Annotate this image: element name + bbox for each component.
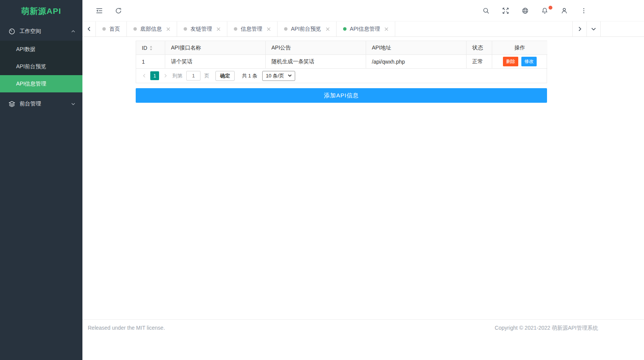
page-content: ID API接口名称 API公告 API地址 状态 操作 1 bbox=[82, 37, 644, 319]
tab-controls bbox=[572, 21, 601, 36]
confirm-page-button[interactable]: 确定 bbox=[215, 71, 235, 81]
tabs-menu-icon[interactable] bbox=[586, 21, 601, 36]
tab-status-dot bbox=[184, 27, 187, 31]
next-page-icon[interactable] bbox=[162, 71, 169, 81]
chevron-up-icon bbox=[71, 29, 76, 34]
workspace-submenu: API数据 API前台预览 API信息管理 bbox=[0, 41, 82, 92]
prev-page-icon[interactable] bbox=[141, 71, 148, 81]
cell-actions: 删除修改 bbox=[492, 55, 547, 69]
sidebar-item-label: 前台管理 bbox=[20, 100, 41, 107]
search-icon[interactable] bbox=[483, 7, 490, 14]
tab-status-dot bbox=[284, 27, 288, 31]
sidebar: 萌新源API 工作空间 API数据 API前台预览 API信息管理 bbox=[0, 0, 82, 360]
app-logo: 萌新源API bbox=[0, 0, 82, 22]
chevron-down-icon bbox=[71, 102, 76, 106]
sidebar-item-label: 工作空间 bbox=[20, 28, 41, 35]
layers-icon bbox=[8, 100, 15, 107]
refresh-icon[interactable] bbox=[115, 7, 122, 14]
collapse-sidebar-icon[interactable] bbox=[96, 7, 103, 14]
tab-status-dot bbox=[102, 27, 106, 31]
sort-icon[interactable] bbox=[150, 46, 153, 51]
user-icon[interactable] bbox=[561, 7, 568, 14]
footer-copyright-text: Copyright © 2021-2022 萌新源API管理系统 bbox=[495, 325, 598, 332]
notification-badge bbox=[549, 6, 552, 10]
tab-info-mgmt[interactable]: 信息管理 bbox=[227, 21, 278, 36]
main-area: 首页 底部信息 友链管理 信息管理 bbox=[82, 0, 644, 360]
tab-footer-info[interactable]: 底部信息 bbox=[127, 21, 177, 36]
cell-notice: 随机生成一条笑话 bbox=[266, 55, 366, 69]
cell-name: 讲个笑话 bbox=[165, 55, 266, 69]
tab-status-dot bbox=[133, 27, 137, 31]
app-root: 萌新源API 工作空间 API数据 API前台预览 API信息管理 bbox=[0, 0, 644, 360]
column-header-url: API地址 bbox=[366, 41, 467, 55]
close-icon[interactable] bbox=[384, 27, 388, 31]
sidebar-item-label: API数据 bbox=[16, 46, 36, 53]
cell-id: 1 bbox=[136, 55, 165, 69]
column-header-notice: API公告 bbox=[266, 41, 366, 55]
close-icon[interactable] bbox=[326, 27, 330, 31]
api-table: ID API接口名称 API公告 API地址 状态 操作 1 bbox=[136, 41, 547, 69]
sidebar-item-api-preview[interactable]: API前台预览 bbox=[0, 58, 82, 75]
page-footer: Released under the MIT license. Copyrigh… bbox=[82, 319, 644, 360]
api-table-container: ID API接口名称 API公告 API地址 状态 操作 1 bbox=[136, 41, 547, 83]
sidebar-item-api-info-mgmt[interactable]: API信息管理 bbox=[0, 75, 82, 92]
column-header-name: API接口名称 bbox=[165, 41, 266, 55]
sidebar-item-frontend-mgmt[interactable]: 前台管理 bbox=[0, 95, 82, 113]
tab-friend-links[interactable]: 友链管理 bbox=[177, 21, 227, 36]
current-page-button[interactable]: 1 bbox=[150, 71, 159, 80]
column-header-actions: 操作 bbox=[492, 41, 547, 55]
goto-page-input[interactable] bbox=[186, 71, 200, 81]
more-icon[interactable] bbox=[580, 7, 587, 14]
add-api-info-button[interactable]: 添加API信息 bbox=[136, 88, 547, 103]
cell-url: /api/qwxh.php bbox=[366, 55, 467, 69]
page-size-select[interactable]: 10 条/页 bbox=[262, 71, 295, 81]
cell-status: 正常 bbox=[467, 55, 492, 69]
tabs-scroll-left-icon[interactable] bbox=[82, 21, 96, 36]
footer-license-text: Released under the MIT license. bbox=[88, 325, 165, 332]
close-icon[interactable] bbox=[166, 27, 170, 31]
dashboard-icon bbox=[8, 28, 15, 35]
goto-label: 到第 bbox=[172, 72, 182, 79]
column-header-id[interactable]: ID bbox=[136, 41, 165, 55]
table-row: 1 讲个笑话 随机生成一条笑话 /api/qwxh.php 正常 删除修改 bbox=[136, 55, 547, 69]
tab-api-preview[interactable]: API前台预览 bbox=[278, 21, 337, 36]
tab-label: 友链管理 bbox=[191, 26, 212, 33]
delete-button[interactable]: 删除 bbox=[503, 57, 518, 66]
tab-label: 底部信息 bbox=[140, 26, 162, 33]
bell-icon[interactable] bbox=[541, 7, 548, 14]
tab-home[interactable]: 首页 bbox=[96, 21, 127, 36]
header-left-actions bbox=[96, 0, 122, 21]
pagination-bar: 1 到第 页 确定 共 1 条 10 条/页 bbox=[136, 69, 547, 83]
fullscreen-icon[interactable] bbox=[502, 7, 509, 14]
header-right-actions bbox=[483, 0, 587, 21]
sidebar-item-label: API前台预览 bbox=[16, 63, 46, 70]
sidebar-item-workspace[interactable]: 工作空间 bbox=[0, 22, 82, 41]
total-count-label: 共 1 条 bbox=[242, 72, 257, 79]
close-icon[interactable] bbox=[267, 27, 271, 31]
tab-label: API信息管理 bbox=[350, 26, 380, 33]
top-header bbox=[82, 0, 644, 21]
edit-button[interactable]: 修改 bbox=[521, 57, 537, 66]
tabs-scroll-right-icon[interactable] bbox=[572, 21, 586, 36]
tab-api-info-mgmt[interactable]: API信息管理 bbox=[337, 21, 396, 36]
sidebar-item-api-data[interactable]: API数据 bbox=[0, 41, 82, 58]
table-header-row: ID API接口名称 API公告 API地址 状态 操作 bbox=[136, 41, 547, 55]
sidebar-item-label: API信息管理 bbox=[16, 81, 46, 87]
column-header-status: 状态 bbox=[467, 41, 492, 55]
tab-status-dot bbox=[343, 27, 347, 31]
tab-label: 首页 bbox=[109, 26, 120, 33]
select-chevron-icon bbox=[288, 74, 292, 77]
tab-label: API前台预览 bbox=[291, 26, 321, 33]
tab-bar: 首页 底部信息 友链管理 信息管理 bbox=[82, 21, 644, 37]
close-icon[interactable] bbox=[217, 27, 220, 31]
page-size-value: 10 条/页 bbox=[266, 72, 284, 79]
tab-status-dot bbox=[234, 27, 237, 31]
globe-icon[interactable] bbox=[522, 7, 529, 14]
tab-label: 信息管理 bbox=[241, 26, 262, 33]
page-suffix-label: 页 bbox=[204, 72, 209, 79]
